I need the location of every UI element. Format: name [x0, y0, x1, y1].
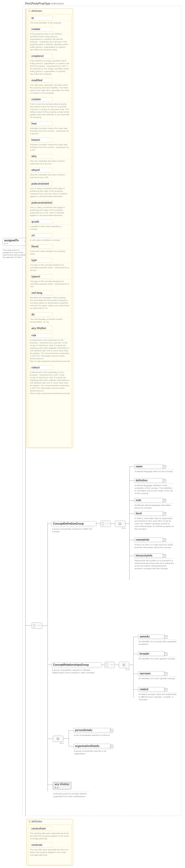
- expand-icon[interactable]: +: [110, 729, 113, 732]
- cdg-desc: A group of properties required to define…: [52, 527, 94, 533]
- attr-pubconstraint: pubconstraintOne or many constraints tha…: [30, 182, 70, 198]
- expand-icon[interactable]: +: [163, 554, 166, 558]
- attr-creatoruri: creatoruriIf the attribute is empty, spe…: [30, 54, 70, 75]
- attr-whyuri: whyuriWhy the metadata has been included…: [30, 168, 70, 179]
- element-remoteInfo[interactable]: remoteInfo+: [134, 537, 164, 542]
- expand-icon[interactable]: +: [110, 745, 113, 748]
- element-organisationDetails[interactable]: organisationDetails+: [73, 744, 111, 748]
- root-element-occ: 0..∞: [4, 242, 8, 245]
- choice-crg: 0..∞: [119, 662, 129, 668]
- attr-dir: dirThe directionality of textual content…: [30, 312, 70, 323]
- expand-icon[interactable]: +: [163, 465, 166, 468]
- attr-uri: uriA URI which identifies a concept.: [30, 233, 70, 242]
- expand-icon[interactable]: +: [163, 512, 166, 515]
- attr-coversfrom: coversfromThe starting date (and optiona…: [30, 826, 70, 840]
- attr-creator: creatorIf the property value is not defi…: [30, 27, 70, 51]
- choice-cdg: 0..∞: [115, 521, 125, 527]
- attr-coversto: coverstoThe end date (and optionally the…: [30, 843, 70, 857]
- element-definition[interactable]: definition+: [134, 478, 164, 483]
- element-broader[interactable]: broader+: [138, 651, 165, 656]
- attr-role: roleA refinement of the semantics of the…: [30, 333, 70, 363]
- expand-icon[interactable]: +: [164, 653, 167, 656]
- seq-crg: [104, 662, 115, 668]
- element-hierarchyInfo[interactable]: hierarchyInfo+: [134, 553, 164, 558]
- attr-typeuri: typeuriThe type of the concept assigned …: [30, 274, 70, 288]
- attr-pubconstrainturi: pubconstrainturiOne or many constraints …: [30, 200, 70, 217]
- sequence-compositor-main: [32, 622, 42, 629]
- attr-modified: modifiedThe date (and, optionally, the t…: [30, 78, 70, 94]
- attr-roleuri: roleuriA refinement of the semantics of …: [30, 365, 70, 395]
- attributes-inner: idThe local identifier of the property.c…: [28, 14, 71, 447]
- element-personDetails[interactable]: personDetails+: [73, 728, 111, 733]
- attr-how: howIndicates by which means the value wa…: [30, 121, 70, 135]
- attributes-block-2: attributes coversfromThe starting date (…: [26, 819, 73, 866]
- any-other-desc: Extension point for provider-defined pro…: [53, 792, 90, 798]
- expand-icon[interactable]: +: [164, 688, 167, 691]
- expand-icon[interactable]: +: [163, 499, 166, 502]
- group-ConceptRelationshipsGroup[interactable]: ConceptRelationshipsGroup: [52, 662, 102, 667]
- element-note[interactable]: note+: [134, 498, 164, 502]
- root-element-assignedTo[interactable]: assignedTo 0..∞: [3, 238, 27, 246]
- attr-literal: literalA free-text value assigned as pro…: [30, 244, 70, 255]
- expand-icon[interactable]: +: [164, 672, 167, 676]
- attr-qcode: qcodeA qualified code which identifies a…: [30, 219, 70, 230]
- attributes-header: attributes: [27, 9, 73, 13]
- attr-id: idThe local identifier of the property.: [30, 16, 70, 24]
- any-other-element: any ##other0..∞: [53, 782, 71, 789]
- attr-howuri: howuriIndicates by which means the value…: [30, 138, 70, 151]
- root-element-desc: The party which is assigned to cover the…: [3, 248, 26, 258]
- element-name[interactable]: name+: [134, 464, 164, 469]
- element-related[interactable]: related+: [138, 687, 165, 691]
- attr-custom: customIf set to true the corresponding p…: [30, 97, 70, 119]
- element-sameAs[interactable]: sameAs+: [138, 634, 165, 639]
- crg-desc: A group of properties required to indica…: [52, 668, 99, 674]
- choice-party: 0..1: [53, 736, 63, 742]
- expand-icon[interactable]: +: [164, 636, 167, 639]
- expand-icon[interactable]: +: [163, 538, 166, 542]
- element-facet[interactable]: facet+: [134, 511, 164, 516]
- attr-type: typeThe type of the concept assigned as …: [30, 258, 70, 272]
- attributes-block: attributes idThe local identifier of the…: [26, 8, 73, 448]
- attr-why: whyWhy the metadata has been included - …: [30, 154, 70, 165]
- attr-xmllang: xml:langSpecifies the language of this p…: [30, 291, 70, 310]
- extension-header: Flex1PartyPropType extensions: [25, 2, 64, 5]
- attr-anyother: any ##other: [30, 326, 70, 331]
- group-ConceptDefinitionGroup[interactable]: ConceptDefinitionGroup: [52, 521, 97, 526]
- expand-icon[interactable]: +: [163, 479, 166, 483]
- root-element-name: assignedTo: [4, 239, 19, 242]
- element-narrower[interactable]: narrower+: [138, 671, 165, 676]
- seq-cdg: [100, 521, 111, 527]
